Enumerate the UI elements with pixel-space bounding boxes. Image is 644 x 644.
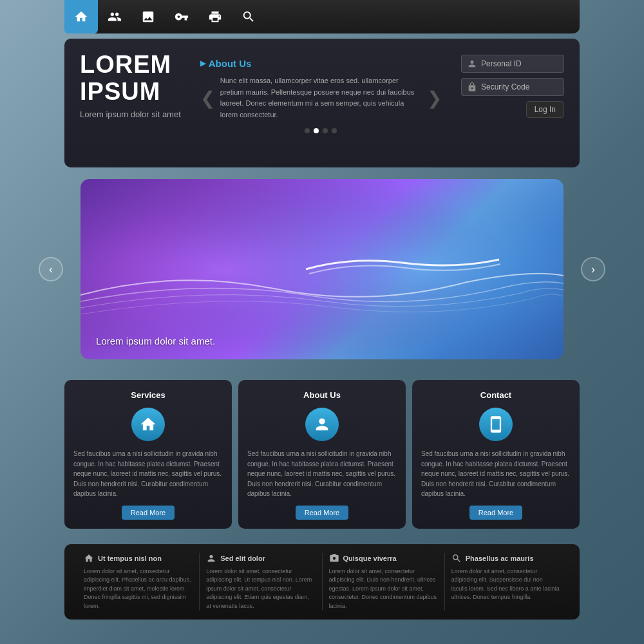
footer-col-2-header: Sed elit dolor	[206, 553, 315, 564]
footer-person-icon	[206, 553, 216, 564]
services-icon-circle	[131, 408, 165, 441]
about-card-title: About Us	[303, 390, 341, 400]
carousel-left-arrow[interactable]: ❮	[200, 88, 215, 109]
footer-col-1-text: Lorem dolor sit amet, consectetur adipis…	[84, 567, 193, 611]
top-navigation	[64, 0, 580, 33]
hero-subtitle: Lorem ipsum dolor sit amet	[80, 109, 181, 119]
hero-title: LOREM IPSUM	[80, 52, 181, 106]
about-read-more[interactable]: Read More	[296, 506, 348, 520]
hero-logo: LOREM IPSUM Lorem ipsum dolor sit amet	[80, 52, 181, 119]
dot-3[interactable]	[323, 128, 328, 133]
phone-icon	[487, 415, 505, 433]
footer-section: Ut tempus nisl non Lorem dolor sit amet,…	[64, 544, 580, 620]
dot-2[interactable]	[314, 128, 319, 133]
slider-caption: Lorem ipsum dolor sit amet.	[96, 336, 215, 346]
nav-gallery-btn[interactable]	[131, 0, 165, 33]
services-title: Services	[131, 390, 166, 400]
hero-login-form: Personal ID Security Code Log In	[461, 55, 564, 118]
slider-next-btn[interactable]: ›	[581, 257, 605, 281]
services-card: Services Sed faucibus urna a nisi sollic…	[64, 380, 232, 529]
slider-prev-btn[interactable]: ‹	[39, 257, 63, 281]
person-icon	[313, 415, 331, 433]
dot-1[interactable]	[305, 128, 310, 133]
nav-home-btn[interactable]	[64, 0, 98, 33]
contact-icon-circle	[479, 408, 513, 441]
footer-camera-icon	[329, 553, 339, 564]
footer-col-2-title: Sed elit dolor	[220, 554, 265, 562]
slider-section: ‹ Lorem ipsum	[0, 179, 644, 359]
contact-read-more[interactable]: Read More	[469, 506, 522, 520]
footer-col-4: Phasellus ac mauris Lorem dolor sit amet…	[445, 553, 567, 611]
contact-card-text: Sed faucibus urna a nisi sollicitudin in…	[421, 449, 571, 499]
hero-about: About Us ❮ Nunc elit massa, ullamcorper …	[181, 58, 461, 133]
footer-col-3: Quisque viverra Lorem dolor sit amet, co…	[323, 553, 445, 611]
footer-search-icon	[451, 553, 462, 564]
about-icon-circle	[305, 408, 339, 441]
personal-id-label: Personal ID	[481, 59, 522, 68]
contact-card-title: Contact	[480, 390, 511, 400]
footer-col-2: Sed elit dolor Lorem dolor sit amet, con…	[200, 553, 322, 611]
nav-icon-list	[64, 0, 265, 33]
svg-rect-0	[80, 179, 564, 359]
footer-col-4-header: Phasellus ac mauris	[451, 553, 560, 564]
footer-col-4-text: Lorem dolor sit amet, consectetur adipis…	[451, 567, 560, 602]
footer-col-1-title: Ut tempus nisl non	[98, 554, 162, 562]
footer-col-1-header: Ut tempus nisl non	[84, 553, 193, 564]
about-title: About Us	[200, 58, 442, 69]
hero-section: LOREM IPSUM Lorem ipsum dolor sit amet A…	[64, 39, 580, 167]
services-read-more[interactable]: Read More	[122, 506, 175, 520]
nav-key-btn[interactable]	[165, 0, 198, 33]
personal-id-field[interactable]: Personal ID	[461, 55, 564, 73]
svg-rect-1	[80, 179, 564, 359]
dot-4[interactable]	[332, 128, 337, 133]
security-code-label: Security Code	[481, 82, 529, 91]
services-text: Sed faucibus urna a nisi sollicitudin in…	[73, 449, 223, 499]
nav-print-btn[interactable]	[198, 0, 232, 33]
house-icon	[139, 415, 157, 433]
about-body-text: Nunc elit massa, ullamcorper vitae eros …	[220, 75, 422, 120]
nav-search-btn[interactable]	[232, 0, 265, 33]
carousel-right-arrow[interactable]: ❯	[427, 88, 442, 109]
cards-section: Services Sed faucibus urna a nisi sollic…	[64, 380, 580, 529]
contact-card: Contact Sed faucibus urna a nisi sollici…	[412, 380, 580, 529]
footer-col-1: Ut tempus nisl non Lorem dolor sit amet,…	[77, 553, 200, 611]
slider-container: Lorem ipsum dolor sit amet.	[80, 179, 564, 359]
security-code-field[interactable]: Security Code	[461, 78, 564, 96]
footer-col-4-title: Phasellus ac mauris	[466, 554, 534, 562]
login-button[interactable]: Log In	[526, 101, 564, 118]
footer-col-3-header: Quisque viverra	[329, 553, 438, 564]
footer-col-2-text: Lorem dolor sit amet, consectetur adipis…	[206, 567, 315, 611]
footer-col-3-title: Quisque viverra	[343, 554, 397, 562]
about-card: About Us Sed faucibus urna a nisi sollic…	[238, 380, 406, 529]
footer-col-3-text: Lorem dolor sit amet, consectetur adipis…	[329, 567, 438, 611]
about-carousel: ❮ Nunc elit massa, ullamcorper vitae ero…	[200, 75, 442, 120]
carousel-dots	[200, 128, 442, 133]
about-card-text: Sed faucibus urna a nisi sollicitudin in…	[247, 449, 397, 499]
footer-home-icon	[84, 553, 94, 564]
nav-users-btn[interactable]	[98, 0, 131, 33]
